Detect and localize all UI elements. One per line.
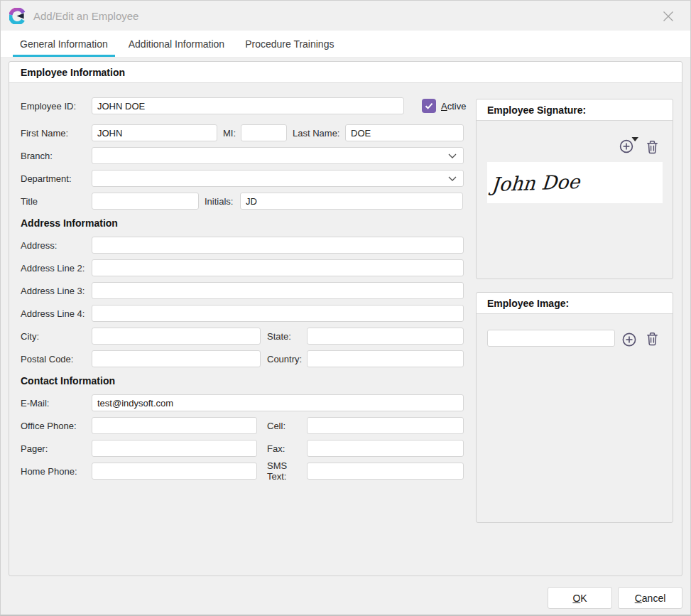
tab-bar: General Information Additional Informati… — [1, 31, 690, 58]
sms-text-label: SMS Text: — [267, 460, 307, 482]
address-line3-label: Address Line 3: — [21, 286, 92, 296]
address-input[interactable] — [92, 237, 464, 254]
employee-form: Employee ID: Active First Name: MI: Last… — [21, 97, 465, 485]
email-row: E-Mail: — [21, 394, 465, 411]
name-row: First Name: MI: Last Name: — [21, 124, 465, 141]
address-line2-row: Address Line 2: — [21, 259, 465, 276]
office-cell-row: Office Phone: Cell: — [21, 417, 465, 434]
active-checkbox-group: Active — [422, 99, 466, 113]
employee-signature-header: Employee Signature: — [477, 99, 673, 121]
cancel-button[interactable]: Cancel — [618, 587, 682, 609]
first-name-input[interactable] — [92, 124, 217, 141]
sms-text-input[interactable] — [307, 463, 464, 480]
trash-icon — [646, 331, 659, 346]
address-line4-row: Address Line 4: — [21, 305, 465, 322]
plus-circle-icon — [621, 332, 637, 347]
address-line4-label: Address Line 4: — [21, 308, 92, 319]
close-button[interactable] — [660, 9, 676, 24]
title-initials-row: Title Initials: — [21, 193, 465, 210]
checkmark-icon — [425, 102, 433, 109]
address-line4-input[interactable] — [92, 305, 464, 322]
dialog-window: Add/Edit an Employee General Information… — [0, 0, 691, 616]
employee-id-label: Employee ID: — [21, 101, 92, 112]
branch-row: Branch: — [21, 147, 465, 164]
country-input[interactable] — [307, 350, 464, 367]
active-checkbox[interactable] — [422, 99, 436, 113]
delete-signature-button[interactable] — [646, 139, 659, 154]
address-line3-row: Address Line 3: — [21, 282, 465, 299]
delete-image-button[interactable] — [646, 331, 659, 346]
home-phone-label: Home Phone: — [21, 466, 92, 477]
department-dropdown[interactable] — [92, 170, 464, 187]
close-icon — [663, 11, 674, 22]
home-phone-input[interactable] — [92, 463, 257, 480]
tab-additional-information[interactable]: Additional Information — [121, 31, 232, 57]
home-sms-row: Home Phone: SMS Text: — [21, 463, 465, 480]
employee-information-header: Employee Information — [9, 62, 682, 83]
department-row: Department: — [21, 170, 465, 187]
cell-label: Cell: — [267, 421, 307, 431]
pager-input[interactable] — [92, 440, 257, 457]
app-logo-icon — [9, 8, 26, 24]
mi-label: MI: — [223, 128, 241, 139]
address-line3-input[interactable] — [92, 282, 464, 299]
address-label: Address: — [21, 240, 92, 251]
employee-id-input[interactable] — [92, 97, 404, 114]
address-row: Address: — [21, 237, 465, 254]
city-state-row: City: State: — [21, 328, 465, 345]
country-label: Country: — [267, 354, 307, 364]
last-name-label: Last Name: — [293, 128, 345, 139]
add-image-button[interactable] — [621, 332, 637, 347]
add-signature-button[interactable] — [619, 135, 640, 154]
city-label: City: — [21, 331, 92, 342]
branch-label: Branch: — [21, 151, 92, 161]
fax-input[interactable] — [307, 440, 464, 457]
ok-button[interactable]: OK — [548, 587, 612, 609]
chevron-down-icon — [448, 153, 457, 159]
title-label: Title — [21, 196, 92, 207]
fax-label: Fax: — [267, 443, 307, 454]
address-information-header: Address Information — [21, 217, 465, 229]
city-input[interactable] — [92, 328, 261, 345]
postal-code-input[interactable] — [92, 350, 261, 367]
office-phone-input[interactable] — [92, 417, 257, 434]
tab-procedure-trainings[interactable]: Procedure Trainings — [238, 31, 341, 57]
title-input[interactable] — [92, 193, 199, 210]
employee-information-groupbox: Employee Information Employee ID: Active… — [9, 61, 682, 576]
branch-dropdown[interactable] — [92, 147, 464, 164]
window-title: Add/Edit an Employee — [33, 10, 138, 22]
title-bar: Add/Edit an Employee — [1, 1, 690, 31]
state-input[interactable] — [307, 328, 464, 345]
email-label: E-Mail: — [21, 398, 92, 409]
employee-image-panel: Employee Image: — [476, 292, 673, 523]
pager-fax-row: Pager: Fax: — [21, 440, 465, 457]
employee-image-header: Employee Image: — [477, 293, 673, 314]
signature-canvas[interactable]: John Doe — [487, 162, 663, 203]
department-label: Department: — [21, 173, 92, 184]
email-input[interactable] — [92, 394, 464, 411]
chevron-down-icon — [448, 176, 457, 182]
postal-code-label: Postal Code: — [21, 354, 92, 364]
first-name-label: First Name: — [21, 128, 92, 139]
initials-label: Initials: — [205, 196, 240, 207]
state-label: State: — [267, 331, 307, 342]
cell-input[interactable] — [307, 417, 464, 434]
active-label: Active — [441, 101, 466, 112]
signature-text: John Doe — [491, 171, 580, 195]
pager-label: Pager: — [21, 443, 92, 454]
last-name-input[interactable] — [345, 124, 464, 141]
address-line2-label: Address Line 2: — [21, 263, 92, 274]
mi-input[interactable] — [241, 124, 287, 141]
contact-information-header: Contact Information — [21, 374, 465, 387]
address-line2-input[interactable] — [92, 259, 464, 276]
office-phone-label: Office Phone: — [21, 421, 92, 431]
postal-country-row: Postal Code: Country: — [21, 350, 465, 367]
image-path-input[interactable] — [487, 330, 615, 347]
tab-general-information[interactable]: General Information — [13, 31, 115, 57]
plus-circle-caret-icon — [619, 135, 640, 154]
employee-id-row: Employee ID: Active — [21, 97, 465, 114]
trash-icon — [646, 139, 659, 154]
initials-input[interactable] — [240, 193, 463, 210]
employee-signature-panel: Employee Signature: John Doe — [476, 99, 673, 279]
